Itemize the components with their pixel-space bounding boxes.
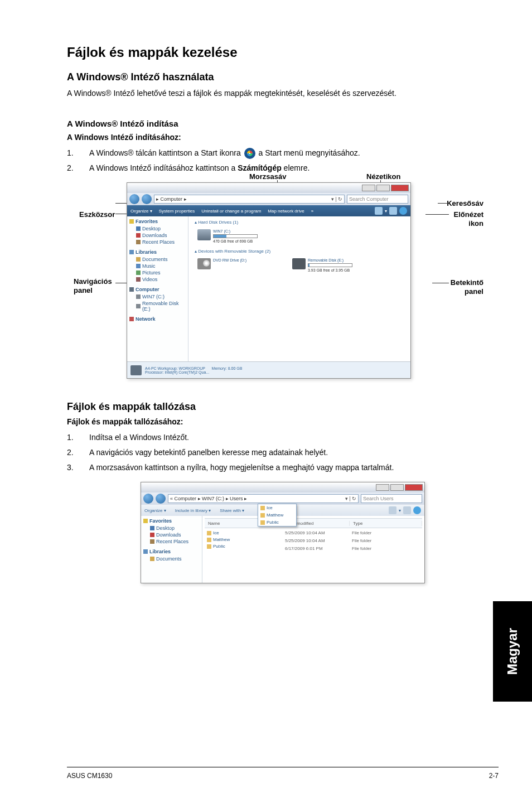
list-item[interactable]: Matthew [207,537,285,542]
nav-libraries[interactable]: Libraries [136,249,157,255]
nav-desktop[interactable]: Desktop [142,226,161,231]
back-button[interactable] [143,494,153,504]
uninstall-button[interactable]: Uninstall or change a program [201,209,261,214]
nav-network[interactable]: Network [136,316,156,322]
star-icon [143,519,148,523]
nav-hdd[interactable]: WIN7 (C:) [142,294,165,299]
label-preview-1: Előnézet [454,210,483,219]
search-input[interactable]: Search Computer [347,195,408,204]
label-toolbar: Eszközsor [79,210,115,219]
mapdrive-button[interactable]: Map network drive [268,209,304,214]
downloads-icon [136,233,141,238]
start-icon [244,148,255,159]
titlebar [141,482,424,492]
organize-button[interactable]: Organize ▾ [144,508,166,513]
minimize-button[interactable] [376,484,389,491]
forward-button[interactable] [156,494,166,504]
downloads-icon [150,533,154,537]
star-icon [129,219,134,224]
list-item[interactable]: Ice [207,530,285,535]
address-bar[interactable]: ▸ Computer ▸ ▾ | ↻ [154,195,345,204]
cell-type: File folder [352,538,371,546]
dropdown-item[interactable]: Ice [258,504,296,511]
hdd-section-header[interactable]: ▴ Hard Disk Drives (1) [192,220,407,225]
network-icon [129,317,134,321]
maximize-button[interactable] [390,484,404,491]
explorer-window: ▸ Computer ▸ ▾ | ↻ Search Computer Organ… [127,182,411,379]
nav-favorites[interactable]: Favorites [136,219,158,224]
nav-downloads[interactable]: Downloads [142,233,167,238]
preview-pane-icon[interactable] [403,506,411,514]
more-button[interactable]: » [311,209,313,214]
nav-favorites[interactable]: Favorites [149,518,172,524]
label-details-1: Betekintő [451,278,483,287]
libraries-icon [143,549,148,554]
removable-section-header[interactable]: ▴ Devices with Removable Storage (2) [192,249,407,254]
footer-left: ASUS CM1630 [67,772,112,780]
nav-recent[interactable]: Recent Places [156,539,188,544]
section-title-2: Fájlok és mappák tallózása [67,401,499,413]
view-icon[interactable] [375,207,383,215]
organize-button[interactable]: Organize ▾ [130,209,152,214]
sysprop-button[interactable]: System properties [159,209,195,214]
drive-item[interactable]: DVD RW Drive (D:) [197,258,275,272]
drive-item[interactable]: Removable Disk (E:) 3.93 GB free of 3.95… [292,258,370,272]
preview-pane-icon[interactable] [389,207,397,215]
close-button[interactable] [405,484,423,491]
nav-removable[interactable]: Removable Disk (E:) [142,301,186,312]
steps-title-1: A Windows Intéző indításához: [67,133,499,142]
file-list: Name Date modified Type Ice Matthew Publ… [202,516,424,583]
main-heading: Fájlok és mappák kezelése [67,45,499,60]
navigation-pane: Favorites Desktop Downloads Recent Place… [127,216,188,361]
help-icon[interactable] [413,506,421,514]
intro-text: A Windows® Intéző lehetővé teszi a fájlo… [67,88,499,99]
computer-icon [129,287,134,292]
dropdown-item[interactable]: Public [258,519,296,526]
hdd-drive-icon [197,229,211,240]
close-button[interactable] [391,185,409,191]
list-number: 1. [67,432,89,443]
breadcrumb[interactable]: ▸ Computer ▸ [156,196,187,202]
documents-icon [136,257,141,262]
dropdown-item[interactable]: Matthew [258,511,296,519]
footer-right: 2-7 [489,772,499,780]
forward-button[interactable] [142,194,152,204]
back-button[interactable] [129,194,139,204]
libraries-icon [129,250,134,254]
list-text: Indítsa el a Windows Intézőt. [89,432,499,443]
nav-music[interactable]: Music [142,263,156,269]
nav-pictures[interactable]: Pictures [142,270,161,276]
address-bar[interactable]: « Computer ▸ WIN7 (C:) ▸ Users ▸ ▾ | ↻ I… [168,494,359,503]
drive-item[interactable]: WIN7 (C:) 470 GB free of 698 GB [197,229,275,243]
help-icon[interactable] [399,207,407,215]
steps-title-2: Fájlok és mappák tallózásához: [67,417,499,426]
documents-icon [150,557,154,561]
nav-desktop[interactable]: Desktop [156,525,175,531]
computer-status-icon [130,365,142,375]
videos-icon [136,277,141,282]
nav-downloads[interactable]: Downloads [156,532,181,538]
include-button[interactable]: Include in library ▾ [175,508,211,513]
label-breadcrumb: Morzsasáv [249,172,286,181]
cell-type: File folder [352,546,371,554]
search-input[interactable]: Search Users [361,494,422,503]
list-text: A morzsasávon kattintson a nyílra, hogy … [89,462,499,474]
view-icon[interactable] [389,506,396,514]
dvd-icon [197,258,211,269]
nav-libraries[interactable]: Libraries [149,549,171,554]
nav-documents[interactable]: Documents [142,257,168,262]
nav-videos[interactable]: Videos [142,277,157,282]
breadcrumb[interactable]: « Computer ▸ WIN7 (C:) ▸ Users ▸ [170,496,247,501]
share-button[interactable]: Share with ▾ [220,508,244,513]
drive-free-text: 3.93 GB free of 3.95 GB [308,268,352,272]
column-header-type[interactable]: Type [350,521,422,526]
minimize-button[interactable] [362,185,375,191]
drive-name: Removable Disk (E:) [308,258,352,262]
nav-documents[interactable]: Documents [156,556,182,562]
cell-type: File folder [352,530,371,538]
nav-computer[interactable]: Computer [136,287,159,292]
toolbar: Organize ▾ System properties Uninstall o… [127,205,410,216]
maximize-button[interactable] [376,185,390,191]
nav-recent[interactable]: Recent Places [142,239,175,245]
list-item[interactable]: Public [207,544,285,549]
